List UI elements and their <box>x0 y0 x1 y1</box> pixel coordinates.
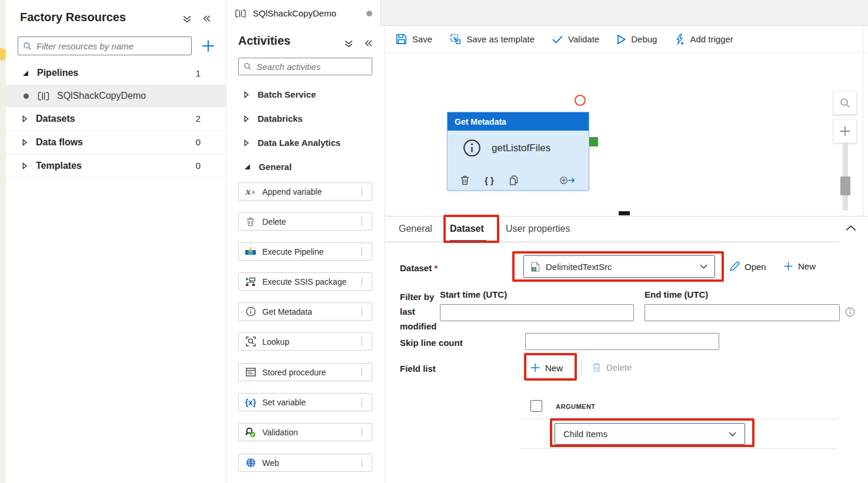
activities-search-box <box>238 58 372 75</box>
pipeline-toolbar: Save Save as template Validate Debug Add… <box>385 26 868 53</box>
new-dataset-button[interactable]: New <box>783 261 816 271</box>
checkmark-icon <box>552 35 563 44</box>
skip-line-count-input[interactable] <box>525 333 719 350</box>
tree-node-templates[interactable]: Templates 0 <box>6 154 226 178</box>
drag-handle-icon[interactable] <box>361 428 367 437</box>
info-tooltip-icon[interactable] <box>845 307 855 317</box>
activity-execute-ssis-package[interactable]: Execute SSIS package <box>238 272 372 291</box>
code-braces-icon[interactable]: { } <box>485 175 494 185</box>
info-circle-icon <box>243 307 258 317</box>
resources-tree: Pipelines 1 SQlShackCopyDemo Datasets 2 … <box>6 61 226 178</box>
tab-pipeline[interactable]: SQlShackCopyDemo <box>226 0 381 26</box>
field-list-new-button[interactable]: New <box>530 362 563 373</box>
debug-button[interactable]: Debug <box>617 34 657 45</box>
argument-select-all-checkbox[interactable] <box>530 400 542 412</box>
info-circle-icon <box>463 139 481 157</box>
validate-button[interactable]: Validate <box>552 34 599 44</box>
clone-activity-icon[interactable] <box>509 175 519 185</box>
activity-set-variable[interactable]: {x} Set variable <box>238 393 372 411</box>
delete-activity-icon[interactable] <box>460 175 469 185</box>
pipeline-icon <box>235 9 246 18</box>
tree-node-pipelines[interactable]: Pipelines 1 <box>6 61 226 85</box>
node-header[interactable]: Get Metadata <box>448 112 589 131</box>
group-batch-service[interactable]: Batch Service <box>226 82 385 106</box>
drag-handle-icon[interactable] <box>361 247 367 256</box>
pipeline-canvas[interactable]: Get Metadata getListofFiles { } <box>385 53 868 216</box>
activity-get-metadata[interactable]: Get Metadata <box>238 302 372 321</box>
drag-handle-icon[interactable] <box>361 398 367 407</box>
tab-user-properties[interactable]: User properties <box>506 224 570 234</box>
collapse-all-icon[interactable] <box>182 14 192 24</box>
activity-lookup[interactable]: Lookup <box>238 332 372 351</box>
activities-search-input[interactable] <box>256 62 375 72</box>
drag-handle-icon[interactable] <box>361 337 367 346</box>
field-list-delete-button[interactable]: Delete <box>592 362 632 372</box>
drag-handle-icon[interactable] <box>361 368 367 377</box>
open-dataset-button[interactable]: Open <box>729 261 766 272</box>
zoom-slider-thumb[interactable] <box>840 176 850 195</box>
group-data-lake-analytics[interactable]: Data Lake Analytics <box>226 131 385 155</box>
drag-handle-icon[interactable] <box>361 277 367 286</box>
collapsed-triangle-icon[interactable] <box>244 139 249 146</box>
end-time-input[interactable] <box>645 304 840 321</box>
resource-filter-input[interactable] <box>36 41 186 51</box>
tree-node-datasets[interactable]: Datasets 2 <box>6 107 226 131</box>
add-trigger-button[interactable]: Add trigger <box>675 34 733 45</box>
canvas-hscrollbar-thumb[interactable] <box>619 211 630 215</box>
zoom-in-button[interactable] <box>833 119 857 143</box>
template-icon <box>450 34 461 45</box>
tree-node-dataflows[interactable]: Data flows 0 <box>6 131 226 154</box>
get-metadata-activity-node[interactable]: Get Metadata getListofFiles { } <box>447 112 589 191</box>
chevron-up-icon[interactable] <box>846 225 856 231</box>
collapsed-triangle-icon[interactable] <box>22 162 28 169</box>
success-output-port[interactable] <box>589 137 598 146</box>
tab-general[interactable]: General <box>399 224 432 234</box>
expanded-triangle-icon[interactable] <box>22 70 29 76</box>
drag-handle-icon[interactable] <box>361 217 367 226</box>
activity-append-variable[interactable]: x+ Append variable <box>238 182 372 201</box>
tree-item-pipeline[interactable]: SQlShackCopyDemo <box>6 85 226 107</box>
collapsed-triangle-icon[interactable] <box>244 91 249 98</box>
activity-web[interactable]: Web <box>238 454 372 472</box>
left-nav-rail <box>0 0 6 483</box>
group-general[interactable]: General <box>226 155 385 179</box>
field-list-label: Field list <box>400 364 436 374</box>
collapse-panel-icon[interactable] <box>364 39 373 48</box>
dataset-dropdown[interactable]: DelimitedTextSrc <box>523 255 715 278</box>
add-resource-button[interactable] <box>201 39 215 53</box>
save-as-template-button[interactable]: Save as template <box>450 34 535 45</box>
activity-stored-procedure[interactable]: Stored procedure <box>238 363 372 381</box>
csv-file-icon <box>531 262 540 272</box>
drag-handle-icon[interactable] <box>361 187 367 196</box>
tab-dataset[interactable]: Dataset <box>450 224 484 234</box>
lookup-icon <box>243 337 258 347</box>
zoom-to-fit-button[interactable] <box>833 91 857 115</box>
expanded-triangle-icon[interactable] <box>244 164 251 170</box>
save-button[interactable]: Save <box>396 34 432 45</box>
dataset-value: DelimitedTextSrc <box>546 262 612 272</box>
stored-procedure-icon <box>243 368 258 377</box>
start-time-label: Start time (UTC) <box>440 289 507 299</box>
argument-column-header: ARGUMENT <box>556 403 596 410</box>
drag-handle-icon[interactable] <box>361 307 367 316</box>
collapsed-triangle-icon[interactable] <box>22 115 28 122</box>
add-output-arrow-icon[interactable] <box>559 176 576 185</box>
properties-tab-bar: General Dataset User properties <box>385 216 839 242</box>
activities-panel: Activities Batch Service Databricks Data… <box>226 26 385 483</box>
activity-execute-pipeline[interactable]: Execute Pipeline <box>238 242 372 261</box>
argument-value: Child Items <box>563 429 607 439</box>
group-databricks[interactable]: Databricks <box>226 106 385 131</box>
trash-icon <box>592 362 601 372</box>
activity-name: getListofFiles <box>492 142 550 154</box>
activity-validation[interactable]: Validation <box>238 423 372 441</box>
annotation-circle <box>575 95 586 106</box>
argument-dropdown[interactable]: Child Items <box>555 423 745 445</box>
activity-delete[interactable]: Delete <box>238 212 372 231</box>
drag-handle-icon[interactable] <box>361 458 367 467</box>
pencil-icon <box>729 261 740 272</box>
start-time-input[interactable] <box>440 304 634 321</box>
collapse-panel-icon[interactable] <box>202 14 211 24</box>
collapse-all-icon[interactable] <box>344 39 353 48</box>
collapsed-triangle-icon[interactable] <box>244 115 249 122</box>
collapsed-triangle-icon[interactable] <box>22 139 28 146</box>
